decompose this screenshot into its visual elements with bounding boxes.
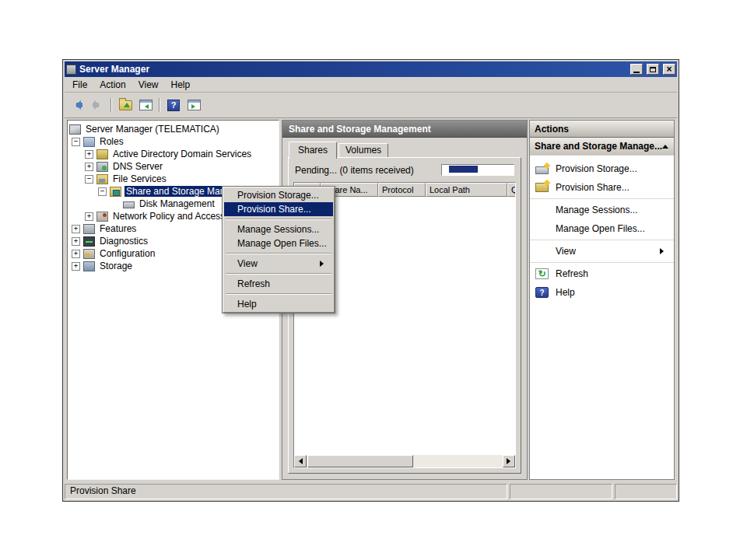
submenu-arrow-icon [660,248,667,254]
tree-item-server-manager-telematica[interactable]: Server Manager (TELEMATICA) [68,123,279,135]
action-item-view[interactable]: View [530,242,674,261]
blank-icon-slot [535,205,549,215]
expand-plus-icon[interactable]: + [85,163,93,171]
configuration-icon [83,249,95,259]
tree-item-dns-server[interactable]: +DNS Server [68,160,279,173]
expand-plus-icon[interactable]: + [72,250,80,258]
close-button[interactable] [663,64,675,75]
maximize-icon [650,67,656,72]
server-manager-window: Server Manager FileActionViewHelp Server… [62,59,679,502]
help-icon [535,287,549,298]
window-title: Server Manager [79,64,626,75]
scroll-right-button[interactable] [503,455,515,467]
hide-console-tree-window-icon [139,100,153,110]
diagnostics-icon [83,236,95,247]
expand-plus-icon[interactable]: + [72,262,80,271]
toolbar-back-icon[interactable] [68,96,86,114]
column-header-local-path[interactable]: Local Path [426,183,507,197]
column-header-q[interactable]: Q [507,183,515,197]
context-menu: Provision Storage...Provision Share...Ma… [222,186,335,313]
expand-plus-icon[interactable]: + [85,212,93,221]
menu-separator [226,219,331,220]
actions-panel-title: Actions [535,124,569,135]
progress-bar-fill [449,166,478,173]
toolbar [65,93,677,118]
scroll-left-button[interactable] [294,455,307,467]
context-menu-item-provision-share[interactable]: Provision Share... [224,202,333,216]
action-item-refresh[interactable]: Refresh [530,264,674,283]
context-menu-item-manage-sessions[interactable]: Manage Sessions... [224,222,333,236]
tree-item-file-services[interactable]: −File Services [68,173,279,185]
tab-volumes[interactable]: Volumes [338,143,388,157]
horizontal-scrollbar[interactable] [294,455,515,467]
disk-management-icon [123,201,135,208]
actions-section-header[interactable]: Share and Storage Manage... [530,138,674,156]
submenu-arrow-icon [320,261,327,267]
network-policy-icon [96,212,108,222]
action-item-label: Manage Open Files... [556,223,645,234]
action-item-help[interactable]: Help [530,283,674,302]
menu-help[interactable]: Help [165,78,197,92]
scrollbar-thumb[interactable] [307,455,413,467]
storage-icon [83,261,95,271]
pending-status-text: Pending... (0 items received) [295,165,414,176]
collapse-minus-icon[interactable]: − [85,175,93,184]
toolbar-show-hide-console-tree-icon[interactable] [116,96,135,114]
context-menu-item-manage-open-files[interactable]: Manage Open Files... [224,236,333,250]
actions-separator [530,240,674,240]
toolbar-help-icon[interactable] [164,96,183,114]
title-bar[interactable]: Server Manager [65,61,677,77]
expand-plus-icon[interactable]: + [72,237,80,246]
action-item-label: Provision Storage... [556,163,637,174]
menu-item-label: Provision Storage... [237,190,319,201]
features-icon [83,224,95,234]
collapse-minus-icon[interactable]: − [98,187,107,196]
tree-item-label: Roles [98,136,125,147]
expand-plus-icon[interactable]: + [72,225,80,233]
tree-item-label: File Services [111,173,168,184]
toolbar-hide-console-tree-window-icon[interactable] [136,96,155,114]
tree-item-label: DNS Server [111,161,164,172]
show-action-pane-window-icon [188,100,201,110]
column-header-protocol[interactable]: Protocol [378,183,426,197]
help-icon [167,100,180,111]
menu-item-label: Manage Sessions... [237,224,319,235]
tree-item-roles[interactable]: −Roles [68,135,279,148]
collapse-minus-icon[interactable]: − [72,138,80,146]
action-item-label: Provision Share... [556,182,630,193]
menu-separator [226,293,331,295]
context-menu-item-refresh[interactable]: Refresh [224,277,333,291]
context-menu-item-view[interactable]: View [224,257,333,271]
context-menu-item-provision-storage[interactable]: Provision Storage... [224,188,333,202]
menu-item-label: Refresh [237,278,270,289]
expand-plus-icon[interactable]: + [85,150,93,159]
tab-strip: SharesVolumes [282,138,527,157]
action-item-provision-share[interactable]: Provision Share... [530,178,674,197]
tab-shares[interactable]: Shares [289,142,337,159]
menu-item-label: Manage Open Files... [237,238,327,249]
window-icon [66,65,76,75]
status-text: Provision Share [65,484,507,499]
tree-item-active-directory-domain-services[interactable]: +Active Directory Domain Services [68,148,279,160]
action-item-label: View [556,246,576,257]
main-area: Server Manager (TELEMATICA)−Roles+Active… [65,118,677,482]
menu-file[interactable]: File [66,78,93,92]
action-item-manage-sessions[interactable]: Manage Sessions... [530,201,674,219]
menu-view[interactable]: View [132,78,165,92]
actions-panel: Actions Share and Storage Manage... Prov… [529,120,675,480]
toolbar-show-action-pane-window-icon[interactable] [184,96,203,114]
minimize-button[interactable] [630,64,643,75]
maximize-button[interactable] [647,64,659,75]
forward-icon [91,100,104,110]
ssm-icon [110,187,121,197]
roles-icon [83,137,95,147]
actions-item-list: Provision Storage...Provision Share...Ma… [530,156,674,479]
refresh-icon [535,268,549,279]
context-menu-item-help[interactable]: Help [224,297,333,311]
toolbar-forward-icon[interactable] [88,96,107,114]
action-item-manage-open-files[interactable]: Manage Open Files... [530,219,674,238]
toolbar-separator [110,98,112,112]
collapse-section-icon[interactable] [662,142,668,149]
menu-action[interactable]: Action [93,78,132,92]
action-item-provision-storage[interactable]: Provision Storage... [530,159,674,178]
